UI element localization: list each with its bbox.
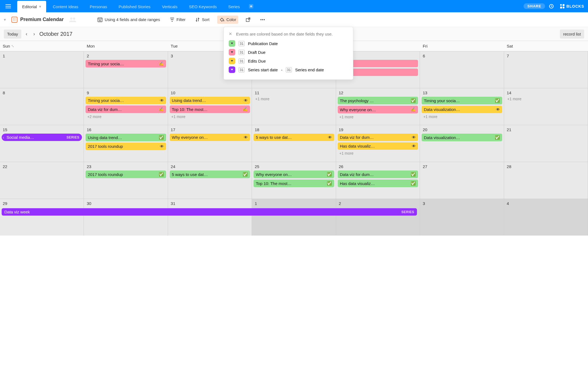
views-dropdown[interactable]: ▾ (4, 17, 6, 22)
more-events-link[interactable]: +1 more (171, 114, 250, 119)
calendar-cell[interactable]: 25Why everyone on…✅Top 10: The most…✅ (252, 162, 336, 199)
more-events-link[interactable]: +1 more (339, 151, 418, 155)
calendar-event[interactable]: Top 10: The most…✅ (254, 180, 334, 187)
menu-button[interactable] (0, 0, 16, 12)
more-events-link[interactable]: +1 more (507, 97, 586, 101)
tab-seo-keywords[interactable]: SEO Keywords (184, 1, 222, 12)
calendar-event[interactable]: Data viz for dum…👁 (338, 134, 418, 141)
share-button[interactable]: SHARE (524, 3, 545, 9)
calendar-cell[interactable]: 22 (0, 162, 84, 199)
calendar-event[interactable]: Data viz for dum…✅ (338, 171, 418, 178)
calendar-cell[interactable]: 19Data viz for dum…👁Has data visualiz…👁+… (336, 125, 420, 162)
calendar-event[interactable]: Timing your socia…✍️ (86, 60, 166, 67)
calendar-event[interactable]: Has data visualiz…✅ (338, 180, 418, 187)
close-popover-button[interactable]: ✕ (229, 31, 232, 36)
add-table-button[interactable] (246, 0, 257, 12)
more-events-link[interactable]: +1 more (255, 97, 334, 101)
calendar-cell[interactable]: 15Social media…SERIES (0, 125, 84, 162)
tab-personas[interactable]: Personas (85, 1, 112, 12)
more-events-link[interactable]: +1 more (339, 115, 418, 119)
view-switcher[interactable]: Premium Calendar (11, 17, 64, 23)
fields-button[interactable]: 31 Using 4 fields and date ranges (95, 16, 162, 24)
calendar-cell[interactable]: 4 (504, 199, 588, 236)
calendar-cell[interactable]: 28 (504, 162, 588, 199)
day-number: 15 (3, 127, 82, 132)
calendar-cell[interactable]: 9Timing your socia…👁Data viz for dum…✍️+… (84, 88, 168, 125)
legend-row: 31Edits Due (229, 58, 348, 64)
tab-published-stories[interactable]: Published Stories (114, 1, 155, 12)
calendar-cell[interactable]: 29Data viz week SERIES (0, 199, 84, 236)
calendar-cell[interactable]: 1 (0, 51, 84, 88)
calendar-cell[interactable]: 27 (420, 162, 504, 199)
calendar-cell[interactable]: 185 ways to use dat…👁 (252, 125, 336, 162)
calendar-cell[interactable]: 245 ways to use dat…✅ (168, 162, 252, 199)
history-button[interactable] (546, 0, 556, 12)
share-view-button[interactable] (244, 16, 252, 23)
calendar-cell[interactable]: 17Why everyone on…👁 (168, 125, 252, 162)
calendar-event[interactable]: Why everyone on…👁 (170, 134, 250, 141)
calendar-cell[interactable]: 6 (420, 51, 504, 88)
color-swatch[interactable] (229, 58, 235, 64)
calendar-event[interactable]: Data viz for dum…✍️ (86, 105, 166, 113)
series-event[interactable]: Social media…SERIES (2, 134, 82, 141)
sort-button[interactable]: Sort (193, 16, 212, 23)
calendar-cell[interactable]: 26Data viz for dum…✅Has data visualiz…✅ (336, 162, 420, 199)
calendar-event[interactable]: 5 ways to use dat…👁 (254, 134, 334, 141)
next-month-button[interactable]: › (32, 30, 37, 38)
calendar-event[interactable]: Has data visualiz…👁 (338, 142, 418, 150)
calendar-event[interactable]: The psychology …✅ (338, 97, 418, 104)
calendar-cell[interactable]: 2 (336, 199, 420, 236)
tab-verticals[interactable]: Verticals (157, 1, 183, 12)
calendar-event[interactable]: Data visualization…👁 (422, 106, 502, 113)
tab-content-ideas[interactable]: Content Ideas (48, 1, 83, 12)
calendar-cell[interactable]: 30 (84, 199, 168, 236)
filter-button[interactable]: Filter (168, 16, 188, 23)
more-events-link[interactable]: +2 more (87, 114, 166, 119)
svg-point-12 (260, 19, 261, 20)
calendar-cell[interactable]: 10Using data trend…👁Top 10: The most…✍️+… (168, 88, 252, 125)
more-options-button[interactable] (258, 17, 267, 22)
calendar-cell[interactable]: 31 (168, 199, 252, 236)
calendar-event[interactable]: 2017 tools roundup👁 (86, 143, 166, 150)
calendar-cell[interactable]: 21 (504, 125, 588, 162)
today-button[interactable]: Today (4, 30, 21, 39)
blocks-button[interactable]: BLOCKS (556, 0, 588, 12)
collapse-icon[interactable]: ⤡ (11, 44, 14, 48)
calendar-event[interactable]: 2017 tools roundup✅ (86, 171, 166, 178)
color-swatch[interactable] (229, 49, 235, 55)
calendar-cell[interactable]: 16Using data trend…✅2017 tools roundup👁 (84, 125, 168, 162)
calendar-cell[interactable]: 12The psychology …✅Why everyone on…✍️+1 … (336, 88, 420, 125)
day-header: Mon (84, 41, 168, 51)
calendar-event[interactable]: Using data trend…✅ (86, 134, 166, 141)
blocks-label: BLOCKS (566, 4, 584, 8)
calendar-cell[interactable]: 2Timing your socia…✍️ (84, 51, 168, 88)
calendar-cell[interactable]: 14+1 more (504, 88, 588, 125)
calendar-cell[interactable]: 7 (504, 51, 588, 88)
record-list-toggle[interactable]: record list (560, 30, 584, 39)
calendar-cell[interactable]: 1 (252, 199, 336, 236)
calendar-cell[interactable]: 8 (0, 88, 84, 125)
calendar-event[interactable]: 5 ways to use dat…✅ (170, 171, 250, 178)
calendar-event[interactable]: Why everyone on…✍️ (338, 106, 418, 113)
calendar-cell[interactable]: 20Data visualization…✅ (420, 125, 504, 162)
tab-editorial[interactable]: Editorial▾ (17, 1, 46, 12)
color-button[interactable]: Color (217, 16, 239, 24)
calendar-event[interactable]: Using data trend…👁 (170, 97, 250, 104)
calendar-event[interactable]: Timing your socia…✅ (422, 97, 502, 104)
more-events-link[interactable]: +1 more (423, 114, 502, 119)
calendar-cell[interactable]: 11+1 more (252, 88, 336, 125)
calendar-cell[interactable]: 13Timing your socia…✅Data visualization…… (420, 88, 504, 125)
calendar-cell[interactable]: 3 (420, 199, 504, 236)
prev-month-button[interactable]: ‹ (24, 30, 29, 38)
calendar-event[interactable]: Top 10: The most…✍️ (170, 105, 250, 113)
calendar-event[interactable]: Timing your socia…👁 (86, 97, 166, 104)
calendar-event[interactable]: Why everyone on…✅ (254, 171, 334, 178)
history-icon (548, 4, 554, 9)
series-event[interactable]: Data viz week SERIES (2, 208, 417, 216)
calendar-event[interactable]: Data visualization…✅ (422, 134, 502, 141)
calendar-cell[interactable]: 232017 tools roundup✅ (84, 162, 168, 199)
color-swatch[interactable] (229, 40, 235, 47)
tab-series[interactable]: Series (223, 1, 245, 12)
collaborators-icon[interactable] (69, 17, 76, 22)
color-swatch[interactable] (229, 66, 235, 73)
